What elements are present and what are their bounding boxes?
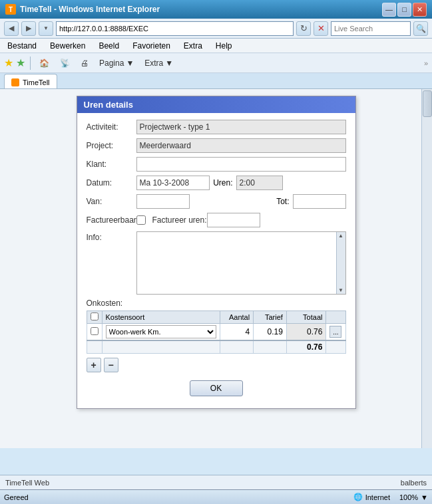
header-aantal: Aantal — [220, 311, 254, 324]
activiteit-input[interactable] — [136, 120, 346, 134]
factureer-uren-label: Factureer uren: — [152, 215, 207, 225]
scrollbar-thumb[interactable] — [423, 90, 432, 117]
row-tarief-value: 0.19 — [268, 327, 283, 336]
search-go-button[interactable]: 🔍 — [413, 21, 428, 36]
info-label: Info: — [87, 231, 136, 295]
maximize-button[interactable]: □ — [397, 3, 411, 17]
factureer-uren-input[interactable] — [207, 213, 260, 227]
datum-input[interactable] — [136, 176, 210, 190]
onkosten-section: Onkosten: Kostensoort Aantal Tarief Tota… — [87, 299, 346, 354]
row-kostensoort-cell: Woon-werk Km. — [102, 324, 220, 341]
address-bar: ◀ ▶ ▼ ↻ ✕ 🔍 — [0, 19, 432, 39]
header-checkbox — [87, 311, 102, 324]
tot-label: Tot: — [276, 197, 292, 206]
window-title-bar: T TimeTell - Windows Internet Explorer —… — [0, 0, 432, 19]
datum-label: Datum: — [87, 178, 136, 188]
browser-content: Uren details Activiteit: Project: Klant:… — [0, 89, 432, 448]
search-input[interactable] — [331, 21, 411, 36]
timetell-tab-icon — [11, 78, 19, 86]
address-input[interactable] — [56, 21, 294, 36]
add-row-button[interactable]: + — [87, 358, 101, 372]
uren-label: Uren: — [210, 178, 236, 188]
onkosten-label: Onkosten: — [87, 299, 346, 308]
extra-button[interactable]: Extra ▼ — [140, 57, 177, 70]
minimize-button[interactable]: — — [382, 3, 396, 17]
refresh-button[interactable]: ↻ — [296, 21, 311, 36]
info-textarea-wrapper: ▲ ▼ — [136, 231, 346, 295]
menu-favorieten[interactable]: Favorieten — [130, 41, 172, 51]
factureerbaar-row: Factureerbaar Factureer uren: — [87, 213, 346, 227]
textarea-scroll-down[interactable]: ▼ — [337, 287, 345, 294]
van-input[interactable] — [136, 194, 190, 209]
taskbar: Gereed 🌐 Internet 100% ▼ — [0, 489, 432, 504]
header-kostensoort: Kostensoort — [102, 311, 220, 324]
menu-beeld[interactable]: Beeld — [97, 41, 121, 51]
klant-input[interactable] — [136, 157, 346, 172]
favorites-star-icon[interactable]: ★ — [4, 57, 13, 69]
tot-input[interactable] — [293, 194, 346, 209]
browser-scrollbar[interactable] — [421, 89, 432, 448]
onkosten-header-row: Kostensoort Aantal Tarief Totaal — [87, 311, 345, 324]
row-checkbox[interactable] — [91, 327, 99, 335]
project-input[interactable] — [136, 138, 346, 153]
home-button[interactable]: 🏠 — [35, 57, 53, 70]
status-right: balberts — [401, 479, 427, 487]
forward-button[interactable]: ▶ — [21, 21, 36, 36]
van-label: Van: — [87, 197, 136, 206]
row-action-cell: ... — [326, 324, 345, 341]
stop-button[interactable]: ✕ — [314, 21, 328, 36]
row-checkbox-cell — [87, 324, 102, 341]
info-textarea[interactable] — [137, 232, 336, 292]
status-left: TimeTell Web — [5, 479, 49, 487]
factureerbaar-checkbox[interactable] — [136, 215, 146, 225]
recent-pages-button[interactable]: ▼ — [39, 21, 53, 36]
ellipsis-button[interactable]: ... — [329, 326, 341, 338]
total-tarief-cell — [254, 340, 287, 354]
taskbar-gereed: Gereed — [4, 493, 29, 501]
info-row: Info: ▲ ▼ — [87, 231, 346, 295]
back-button[interactable]: ◀ — [4, 21, 19, 36]
favorites-add-icon[interactable]: ★ — [16, 57, 25, 69]
uren-input[interactable] — [236, 176, 283, 190]
header-totaal: Totaal — [286, 311, 326, 324]
close-button[interactable]: ✕ — [413, 3, 427, 17]
row-aantal-cell[interactable]: 4 — [220, 324, 254, 341]
toolbar-divider — [30, 57, 31, 70]
info-scrollbar[interactable]: ▲ ▼ — [336, 232, 345, 294]
row-totaal-cell: 0.76 — [286, 324, 326, 341]
zoom-level: 100% — [399, 493, 418, 501]
ok-button[interactable]: OK — [190, 380, 243, 396]
header-tarief: Tarief — [254, 311, 287, 324]
onkosten-total-row: 0.76 — [87, 340, 345, 354]
row-tarief-cell: 0.19 — [254, 324, 287, 341]
textarea-scroll-up[interactable]: ▲ — [337, 232, 345, 239]
dialog-uren-details: Uren details Activiteit: Project: Klant:… — [77, 96, 356, 409]
timetell-tab-label: TimeTell — [23, 78, 50, 86]
activiteit-row: Activiteit: — [87, 120, 346, 134]
print-button[interactable]: 🖨 — [77, 57, 93, 70]
menu-help[interactable]: Help — [214, 41, 234, 51]
menu-bestand[interactable]: Bestand — [5, 41, 39, 51]
zoom-dropdown-icon[interactable]: ▼ — [421, 493, 428, 501]
window-controls[interactable]: — □ ✕ — [382, 3, 427, 17]
klant-row: Klant: — [87, 157, 346, 172]
internet-label: Internet — [365, 493, 390, 501]
total-check-cell — [87, 340, 102, 354]
kostensoort-select[interactable]: Woon-werk Km. — [106, 325, 217, 338]
menu-bewerken[interactable]: Bewerken — [48, 41, 87, 51]
taskbar-left: Gereed — [4, 493, 29, 501]
feeds-button[interactable]: 📡 — [56, 57, 74, 70]
onkosten-data-row: Woon-werk Km. 4 0.19 0.76 — [87, 324, 345, 341]
activiteit-label: Activiteit: — [87, 122, 136, 132]
timetell-tab[interactable]: TimeTell — [4, 74, 57, 88]
dialog-body: Activiteit: Project: Klant: Datum: Uren: — [77, 113, 355, 408]
remove-row-button[interactable]: − — [104, 358, 118, 372]
factureerbaar-label: Factureerbaar — [87, 215, 136, 225]
total-antal-cell — [220, 340, 254, 354]
klant-label: Klant: — [87, 160, 136, 169]
van-tot-row: Van: Tot: — [87, 194, 346, 209]
header-action — [326, 311, 345, 324]
pagina-button[interactable]: Pagina ▼ — [95, 57, 138, 70]
header-checkbox-input[interactable] — [91, 313, 99, 320]
menu-extra[interactable]: Extra — [182, 41, 204, 51]
